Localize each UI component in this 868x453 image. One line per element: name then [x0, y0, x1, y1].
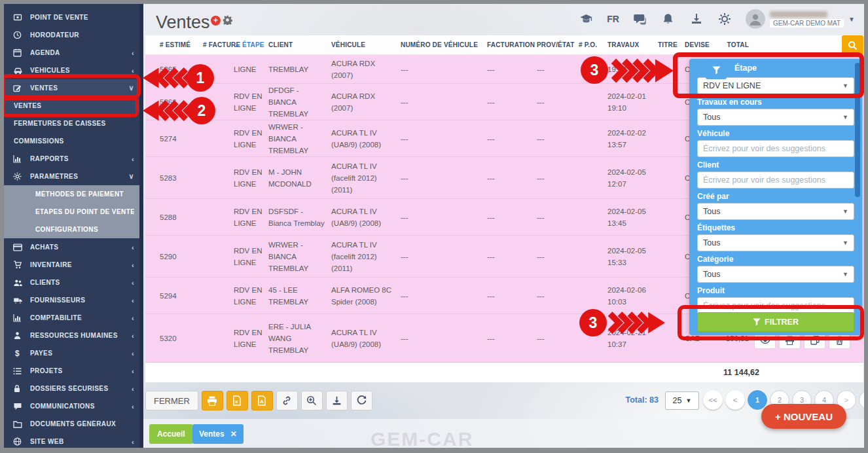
sidebar-item-ressources-humaines[interactable]: RESSOURCES HUMAINES‹: [4, 327, 139, 344]
sidebar-item-label: FERMETURES DE CAISSES: [14, 120, 134, 127]
export-pdf-icon[interactable]: A: [251, 391, 273, 410]
cell-estime: 5265: [160, 63, 203, 75]
table-settings-gear-icon[interactable]: [223, 15, 232, 27]
messages-icon[interactable]: [633, 12, 647, 26]
column-header-devise[interactable]: DEVISE: [685, 41, 710, 48]
chat-icon: [13, 402, 24, 410]
column-header-vehicule[interactable]: VÉHICULE: [331, 41, 401, 48]
link-icon[interactable]: [276, 391, 298, 410]
cell-vehicule: ACURA RDX (2007): [331, 90, 401, 114]
column-header-travaux[interactable]: TRAVAUX: [607, 41, 658, 48]
sidebar-item-comptabilite[interactable]: COMPTABILITÉ‹: [4, 309, 139, 327]
table-sum-row: 11 144,62: [145, 363, 863, 382]
calendar-icon: [13, 48, 24, 57]
sidebar-item-dossiers-securises[interactable]: DOSSIERS SÉCURISÉS‹: [4, 380, 139, 397]
page-size-select[interactable]: 25▼: [665, 391, 699, 410]
filter-select-etape[interactable]: RDV EN LIGNE▼: [697, 77, 854, 94]
filter-panel-scrollbar[interactable]: [855, 63, 860, 197]
search-button[interactable]: [842, 35, 863, 55]
filter-select-travaux-en-cours[interactable]: Tous▼: [697, 109, 854, 126]
sidebar-item-ventes[interactable]: VENTES∨: [4, 79, 139, 97]
edit-icon: [13, 84, 24, 92]
column-header-facturation[interactable]: FACTURATION: [487, 41, 537, 48]
sidebar-item-documents-generaux[interactable]: DOCUMENTS GÉNÉRAUX: [4, 415, 139, 433]
language-toggle[interactable]: FR: [607, 14, 619, 24]
filter-select-cree-par[interactable]: Tous▼: [697, 203, 854, 220]
sidebar-item-parametres[interactable]: PARAMÈTRES∨: [4, 168, 139, 185]
sidebar-item-commissions[interactable]: COMMISSIONS: [4, 132, 139, 150]
academy-icon[interactable]: [579, 12, 593, 26]
person-icon: [13, 331, 24, 340]
sidebar-item-clients[interactable]: CLIENTS‹: [4, 274, 139, 291]
sidebar-item-ventes[interactable]: VENTES: [4, 97, 139, 115]
column-header-estime[interactable]: # ESTIMÉ: [160, 41, 203, 48]
page-nav-1[interactable]: <: [725, 390, 745, 410]
sidebar-item-horodateur[interactable]: HORODATEUR: [4, 26, 139, 44]
column-header-numero[interactable]: NUMÉRO DE VÉHICULE: [401, 41, 487, 48]
export-excel-icon[interactable]: x: [226, 391, 248, 410]
download-icon[interactable]: [689, 12, 704, 26]
sidebar-item-payes[interactable]: $PAYES‹: [4, 344, 139, 362]
column-header-titre[interactable]: TITRE: [658, 41, 685, 48]
sidebar-item-agenda[interactable]: AGENDA‹: [4, 44, 139, 62]
sidebar-item-fermetures-de-caisses[interactable]: FERMETURES DE CAISSES: [4, 115, 139, 132]
sidebar-item-configurations[interactable]: CONFIGURATIONS: [4, 221, 139, 238]
column-header-po[interactable]: # P.O.: [579, 41, 607, 48]
nouveau-button[interactable]: + NOUVEAU: [761, 404, 846, 429]
sidebar-item-rapports[interactable]: RAPPORTS‹: [4, 150, 139, 168]
filter-toggle-funnel-icon[interactable]: [706, 61, 727, 79]
cell-travaux: 2024-02-01 19:10: [607, 90, 658, 114]
filter-label-client: Client: [697, 160, 854, 170]
cell-estime: 5274: [160, 133, 203, 145]
column-header-total[interactable]: TOTAL: [710, 41, 749, 48]
cell-vehicule: ACURA TL IV (UA8/9) (2008): [331, 206, 401, 229]
filter-label-vehicule: Véhicule: [697, 129, 854, 138]
page-nav-7[interactable]: >>: [859, 390, 864, 410]
sidebar-scrollbar[interactable]: [139, 4, 143, 448]
close-tab-icon[interactable]: ✕: [230, 429, 237, 439]
cell-prov: ---: [537, 211, 579, 223]
sidebar-item-point-de-vente[interactable]: POINT DE VENTE: [4, 9, 139, 26]
chevron-left-icon: ‹: [132, 314, 134, 322]
sidebar-item-communications[interactable]: COMMUNICATIONS‹: [4, 397, 139, 415]
cell-numero: ---: [401, 96, 487, 108]
cell-etape: RDV EN LIGNE: [234, 284, 268, 308]
sidebar-item-label: VENTES: [30, 84, 129, 92]
cell-etape: RDV EN LIGNE: [234, 327, 268, 350]
print-icon[interactable]: [202, 391, 223, 410]
sidebar-item-label: RESSOURCES HUMAINES: [30, 332, 132, 339]
column-header-facture[interactable]: # FACTURE: [203, 41, 234, 48]
column-header-client[interactable]: CLIENT: [268, 41, 331, 48]
tab-ventes[interactable]: Ventes ✕: [192, 424, 244, 444]
sidebar-item-site-web[interactable]: SITE WEB‹: [4, 433, 139, 448]
zoom-in-icon[interactable]: [301, 391, 323, 410]
page-button-1[interactable]: 1: [748, 390, 767, 410]
sidebar-item-label: COMMISSIONS: [14, 137, 134, 145]
add-sale-icon[interactable]: +: [211, 16, 221, 26]
tab-accueil[interactable]: Accueil: [149, 424, 193, 444]
fermer-button[interactable]: FERMER: [145, 391, 198, 410]
sidebar-item-etapes-du-point-de-vente[interactable]: ÉTAPES DU POINT DE VENTE: [4, 203, 139, 221]
chevron-left-icon: ‹: [132, 403, 134, 410]
sidebar-item-methodes-de-paiement[interactable]: MÉTHODES DE PAIEMENT: [4, 185, 139, 203]
sidebar-item-achats[interactable]: ACHATS‹: [4, 238, 139, 256]
sidebar-item-projets[interactable]: PROJETS‹: [4, 362, 139, 380]
column-header-etape[interactable]: ▲ ÉTAPE: [234, 41, 268, 48]
sidebar-item-label: PAYES: [30, 350, 132, 357]
sidebar-item-fournisseurs[interactable]: FOURNISSEURS‹: [4, 291, 139, 309]
column-header-prov[interactable]: PROV/ÉTAT: [537, 41, 579, 48]
filter-select-etiquettes[interactable]: Tous▼: [697, 234, 854, 251]
app-window: POINT DE VENTEHORODATEURAGENDA‹VÉHICULES…: [4, 4, 864, 448]
filter-select-categorie[interactable]: Tous▼: [697, 266, 854, 283]
sidebar-item-vehicules[interactable]: VÉHICULES‹: [4, 62, 139, 79]
settings-cog-icon[interactable]: [717, 12, 732, 26]
user-menu[interactable]: GEM-CAR DEMO MAT ▼: [746, 9, 855, 29]
download-table-icon[interactable]: [326, 391, 348, 410]
filtrer-button[interactable]: FILTRER: [697, 312, 854, 332]
filter-input-client[interactable]: [697, 172, 854, 189]
page-nav-0[interactable]: <<: [703, 390, 723, 410]
refresh-icon[interactable]: [351, 391, 372, 410]
notifications-bell-icon[interactable]: [661, 12, 676, 26]
filter-input-vehicule[interactable]: [697, 140, 854, 157]
sidebar-item-inventaire[interactable]: INVENTAIRE‹: [4, 256, 139, 274]
